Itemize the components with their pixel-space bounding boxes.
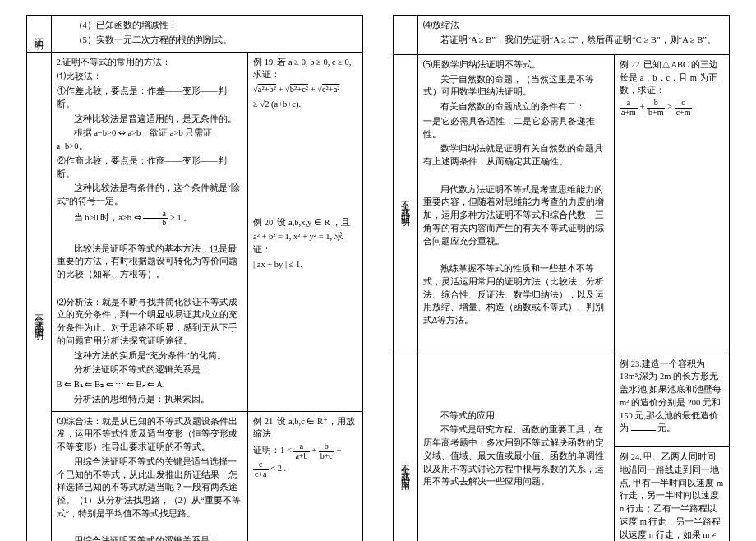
ex22-tail: . [694,103,697,112]
m2d: 分析法的思维特点是：执果索因。 [57,393,243,406]
m3b: 用综合法证明不等式的逻辑关系是： [57,534,243,541]
m1c: 根据 a−b>0 ⇔ a>b，欲证 a>b 只需证 a−b>0。 [57,127,243,153]
ex21-f1: aa+b [293,442,309,460]
r2b: 关于自然数的命题，（当然这里是不等式）可用数学归纳法证明。 [423,73,610,99]
m1f-pre: 当 b>0 时，a>b ⇔ [74,213,144,222]
m1e: 这种比较法是有条件的，这个条件就是“除式”的符号一定。 [57,182,243,208]
m1b: 这种比较法是普遍适用的，是无条件的。 [57,113,243,126]
ex21-line: 证明：1 < aa+b + bb+c + cc+a < 2 . [253,442,357,479]
m2: ⑵分析法：就是不断寻找并简化欲证不等式成立的充分条件，到一个明显或易证其成立的充… [57,296,243,348]
ex20-cond: a² + b² = 1, x² + y² = 1, 求证： [253,230,357,257]
m1f-tail: > 1 。 [170,213,192,222]
r2d: 一是它必需具备适性，二是它必需具备递推性。 [423,115,610,141]
frac-a-over-b: ab [143,210,168,228]
m2c: B ⇐ B₁ ⇐ B₂ ⇐ ⋯ ⇐ Bₙ ⇐ A. [57,378,243,391]
ex21-post: < 2 . [270,464,286,473]
r2g: 熟练掌握不等式的性质和一些基本不等式，灵活运用常用的证明方法（比较法、分析法、综… [423,262,610,327]
r3t: 不等式的应用 [423,409,610,423]
right-vhead-1: 不等式的证明 [394,54,418,354]
r2f: 用代数方法证明不等式是考查思维能力的重要内容，但随着对思维能力考查的力度的增加，… [423,183,610,248]
row1-line5: （5）实数一元二次方程的根的判别式。 [57,34,358,47]
r2a: ⑸用数学归纳法证明不等式。 [423,58,610,72]
r3a: 不等式是研究方程、函数的重要工具，在历年高考题中，多次用到不等式解决函数的定义域… [423,423,610,488]
ex22-f1: aa+m [620,99,638,117]
m2a: 这种方法的实质是“充分条件”的化简。 [57,349,243,363]
left-vhead-1: 证明 [27,16,52,53]
left-page: 证明 （4）已知函数的增减性； （5）实数一元二次方程的根的判别式。 不等式的证… [26,15,363,541]
right-row1: ⑷放缩法 若证明“A ≥ B”，我们先证明“A ≥ C”，然后再证明“C ≥ B… [417,16,730,55]
r2c: 有关自然数的命题成立的条件有二： [423,100,610,113]
m2b: 分析法证明不等式的逻辑关系是： [57,363,243,377]
m3a: 用综合法证明不等式的关键是适当选择一个已知的不等式，从此出发推出所证结果，怎样选… [57,455,243,520]
ex22-gt: > [667,103,675,112]
ex19-body: √2 (a+b+c). [260,99,301,109]
right-row2: ⑸用数学归纳法证明不等式。 关于自然数的命题，（当然这里是不等式）可用数学归纳法… [417,54,615,354]
left-row1-content: （4）已知函数的增减性； （5）实数一元二次方程的根的判别式。 [51,16,363,53]
ex22-title: 例 22. 已知△ABC 的三边长是 a，b，c，且 m 为正数，求证： [620,58,724,97]
m3: ⑶综合法：就是从已知的不等式及题设条件出发，运用不等式性质及适当变形（恒等变形或… [57,415,243,454]
ex22-f3: cc+m [675,99,693,117]
ex21-title: 例 21. 设 a,b,c ∈ R⁺，用放缩法 [253,415,357,442]
r1t: ⑷放缩法 [423,19,725,32]
ex23-body: 例 23.建造一个容积为 18m³,深为 2m 的长方形无盖水池,如果池底和池壁… [620,359,721,433]
ex21-f2: bb+c [319,442,334,460]
ex20-res: | ax + by | ≤ 1. [253,258,357,271]
ex23-unit: 元。 [657,423,675,432]
ex21-f3: cc+a [253,460,269,479]
blank-fill [631,430,656,431]
ex22-line: aa+m + bb+m > cc+m . [620,99,724,117]
m1g: 比较法是证明不等式的基本方法，也是最重要的方法，有时根据题设可转化为等价问题的比… [57,243,243,281]
methods-12: 2.证明不等式的常用的方法： ⑴比较法： ①作差比较，要点是：作差——变形——判… [51,52,248,411]
right-vhead-2: 不等式的应用 [394,354,418,541]
ex21: 例 21. 设 a,b,c ∈ R⁺，用放缩法 证明：1 < aa+b + bb… [248,411,363,541]
ex23-t: 例 23.建造一个容积为 18m³,深为 2m 的长方形无盖水池,如果池底和池壁… [620,358,724,436]
method-3: ⑶综合法：就是从已知的不等式及题设条件出发，运用不等式性质及适当变形（恒等变形或… [51,411,248,541]
sqrt-term-1: √a²+b² [253,85,276,94]
ex19-pre: 例 19. 若 a ≥ 0, b ≥ 0, c ≥ 0, 求证： [253,56,357,82]
right-vhead-0 [394,16,418,55]
left-vhead-2: 不等式的证明 [27,52,52,541]
sqrt-term-2: √b²+c² [285,85,308,94]
ex19-line2: ≥ √2 (a+b+c). [253,98,357,111]
ex19-line: √a²+b² + √b²+c² + √c²+a² [253,83,357,96]
ex22-f2: bb+m [647,99,665,117]
r1a: 若证明“A ≥ B”，我们先证明“A ≥ C”，然后再证明“C ≥ B”，则“A… [423,34,725,47]
ex22-plus: + [639,103,647,112]
ex23: 例 23.建造一个容积为 18m³,深为 2m 的长方形无盖水池,如果池底和池壁… [615,354,730,447]
r2e: 数学归纳法就是证明有关自然数的命题具有上述两条件，从而确定其正确性。 [423,142,610,169]
row1-line4: （4）已知函数的增减性； [57,19,358,32]
m1d: ②作商比较，要点是：作商——变形——判断。 [57,155,243,181]
ex24: 例 24. 甲、乙两人同时同地沿同一路线走到同一地点, 甲有一半时间以速度 m … [615,447,730,541]
ex20-title: 例 20. 设 a,b,x,y ∈ R ，且 [253,216,357,229]
m1a: ①作差比较，要点是：作差——变形——判断。 [57,85,243,111]
ex-19-20: 例 19. 若 a ≥ 0, b ≥ 0, c ≥ 0, 求证： √a²+b² … [248,52,363,411]
ex22: 例 22. 已知△ABC 的三边长是 a，b，c，且 m 为正数，求证： aa+… [615,54,730,354]
m1f-line: 当 b>0 时，a>b ⇔ ab > 1 。 [57,210,243,228]
ex21-pre: 证明：1 < [253,446,293,455]
sqrt-term-3: √c²+a² [317,85,339,94]
m-title: 2.证明不等式的常用的方法： [57,56,243,69]
ex24-t: 例 24. 甲、乙两人同时同地沿同一路线走到同一地点, 甲有一半时间以速度 m … [620,451,724,541]
right-page: ⑷放缩法 若证明“A ≥ B”，我们先证明“A ≥ C”，然后再证明“C ≥ B… [393,15,730,541]
right-row3: 不等式的应用 不等式是研究方程、函数的重要工具，在历年高考题中，多次用到不等式解… [417,354,615,541]
m1: ⑴比较法： [57,70,243,83]
